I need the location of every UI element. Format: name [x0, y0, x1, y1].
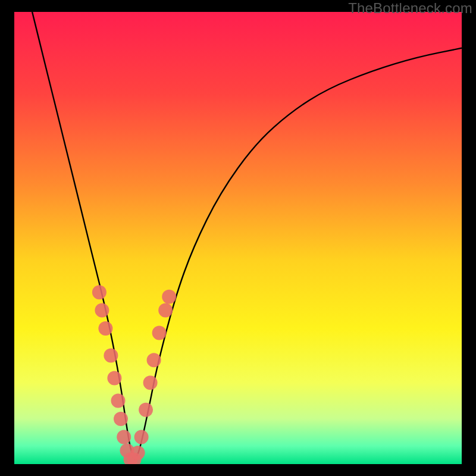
marker-dot — [134, 430, 149, 444]
gradient-background — [14, 12, 462, 464]
marker-dot — [131, 446, 145, 460]
marker-dot — [152, 326, 167, 340]
marker-dot — [104, 349, 118, 363]
marker-dot — [92, 285, 107, 299]
marker-dot — [143, 375, 158, 390]
marker-dot — [147, 353, 161, 367]
marker-dot — [98, 321, 112, 336]
watermark-text: TheBottleneck.com — [348, 0, 472, 17]
marker-dot — [117, 430, 131, 444]
marker-dot — [158, 303, 173, 318]
marker-dot — [111, 394, 126, 408]
marker-dot — [107, 371, 121, 386]
marker-dot — [139, 403, 153, 417]
marker-dot — [162, 290, 176, 304]
marker-dot — [95, 303, 109, 318]
chart-frame — [14, 12, 462, 464]
bottleneck-chart — [14, 12, 462, 464]
marker-dot — [114, 412, 128, 426]
